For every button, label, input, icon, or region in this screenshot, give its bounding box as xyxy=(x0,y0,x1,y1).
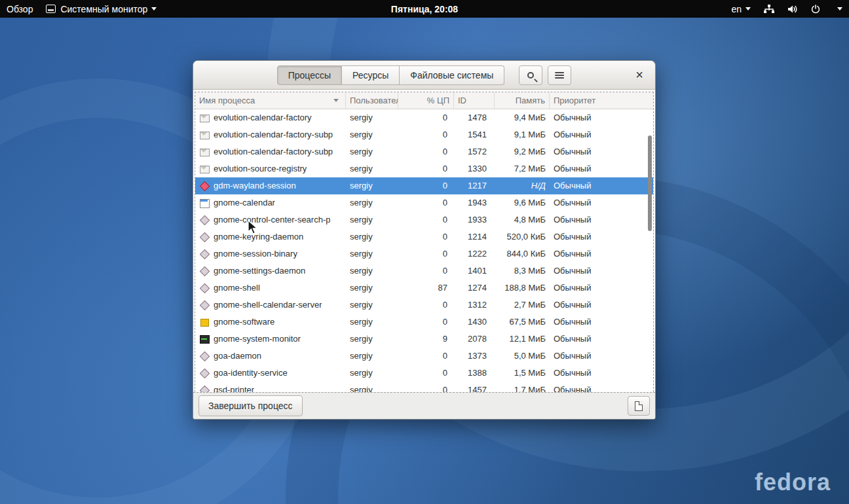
process-name: gnome-shell xyxy=(214,279,260,297)
process-name: gnome-session-binary xyxy=(214,245,297,262)
menu-button[interactable] xyxy=(548,65,571,85)
process-user: sergiy xyxy=(346,348,398,365)
power-icon[interactable] xyxy=(804,0,827,18)
process-icon xyxy=(199,266,210,276)
process-id: 1541 xyxy=(454,126,495,143)
process-name-cell: evolution-source-registry xyxy=(195,160,346,177)
system-menu-chevron[interactable] xyxy=(827,0,849,18)
clock[interactable]: Пятница, 20:08 xyxy=(391,4,458,14)
process-user: sergiy xyxy=(346,382,398,392)
tab-processes[interactable]: Процессы xyxy=(277,65,342,85)
end-process-button[interactable]: Завершить процесс xyxy=(198,395,303,416)
column-header-user[interactable]: Пользователь xyxy=(346,92,398,109)
volume-icon[interactable] xyxy=(781,0,804,18)
table-row[interactable]: gnome-settings-daemon sergiy 0 1401 8,3 … xyxy=(195,262,653,279)
process-name-cell: gnome-keyring-daemon xyxy=(195,228,346,245)
column-header-id[interactable]: ID xyxy=(454,92,495,109)
activities-button[interactable]: Обзор xyxy=(0,0,39,18)
network-icon[interactable] xyxy=(757,0,781,18)
process-priority: Обычный xyxy=(550,365,653,382)
process-name: gsd-printer xyxy=(214,382,254,392)
chevron-down-icon xyxy=(151,7,157,10)
process-name: evolution-calendar-factory-subp xyxy=(214,126,333,143)
table-row[interactable]: gnome-calendar sergiy 0 1943 9,6 МиБ Обы… xyxy=(195,194,653,211)
column-header-name[interactable]: Имя процесса xyxy=(195,92,346,109)
process-name-cell: gnome-shell-calendar-server xyxy=(195,297,346,314)
table-row[interactable]: goa-daemon sergiy 0 1373 5,0 МиБ Обычный xyxy=(195,348,653,365)
table-row[interactable]: gnome-software sergiy 0 1430 67,5 МиБ Об… xyxy=(195,314,653,331)
process-memory: 67,5 МиБ xyxy=(495,314,550,331)
process-priority: Обычный xyxy=(550,348,653,365)
tab-resources[interactable]: Ресурсы xyxy=(342,65,400,85)
process-memory: Н/Д xyxy=(495,177,550,194)
table-row[interactable]: evolution-calendar-factory sergiy 0 1478… xyxy=(195,109,653,126)
process-user: sergiy xyxy=(346,314,398,331)
app-menu-label: Системный монитор xyxy=(60,4,147,14)
process-name-cell: gnome-session-binary xyxy=(195,245,346,262)
table-row[interactable]: evolution-calendar-factory-subp sergiy 0… xyxy=(195,126,653,143)
process-name-cell: evolution-calendar-factory xyxy=(195,109,346,126)
process-memory: 9,4 МиБ xyxy=(495,109,550,126)
process-id: 1217 xyxy=(454,177,495,194)
process-priority: Обычный xyxy=(550,143,653,160)
process-priority: Обычный xyxy=(550,126,653,143)
top-bar: Обзор Системный монитор Пятница, 20:08 e… xyxy=(0,0,849,18)
process-name-cell: gdm-wayland-session xyxy=(195,177,346,194)
process-cpu: 0 xyxy=(398,314,454,331)
table-row[interactable]: gnome-keyring-daemon sergiy 0 1214 520,0… xyxy=(195,228,653,245)
table-row[interactable]: gdm-wayland-session sergiy 0 1217 Н/Д Об… xyxy=(195,177,653,194)
search-icon xyxy=(527,72,534,79)
process-name: goa-identity-service xyxy=(214,365,288,382)
process-user: sergiy xyxy=(346,331,398,348)
process-cpu: 9 xyxy=(398,331,454,348)
table-row[interactable]: goa-identity-service sergiy 0 1388 1,5 М… xyxy=(195,365,653,382)
table-row[interactable]: gnome-shell-calendar-server sergiy 0 131… xyxy=(195,297,653,314)
table-row[interactable]: gnome-session-binary sergiy 0 1222 844,0… xyxy=(195,245,653,262)
process-name: gnome-shell-calendar-server xyxy=(214,297,322,314)
process-table: Имя процесса Пользователь % ЦП ID Память… xyxy=(195,92,654,392)
tab-filesystems[interactable]: Файловые системы xyxy=(400,65,504,85)
process-icon xyxy=(199,164,210,174)
close-button[interactable]: × xyxy=(630,66,649,84)
process-name: evolution-calendar-factory xyxy=(214,109,312,126)
process-name: gnome-settings-daemon xyxy=(214,262,305,279)
process-id: 1312 xyxy=(454,297,495,314)
column-header-memory[interactable]: Память xyxy=(495,92,550,109)
table-row[interactable]: evolution-calendar-factory-subp sergiy 0… xyxy=(195,143,653,160)
search-button[interactable] xyxy=(519,65,542,85)
table-row[interactable]: gnome-shell sergiy 87 1274 188,8 МиБ Обы… xyxy=(195,279,653,297)
table-row[interactable]: gnome-system-monitor sergiy 9 2078 12,1 … xyxy=(195,331,653,348)
column-header-cpu[interactable]: % ЦП xyxy=(398,92,454,109)
process-memory: 9,1 МиБ xyxy=(495,126,550,143)
process-id: 1457 xyxy=(454,382,495,392)
process-icon xyxy=(199,198,210,208)
process-cpu: 0 xyxy=(398,143,454,160)
table-row[interactable]: gsd-printer sergiy 0 1457 1,7 МиБ Обычны… xyxy=(195,382,653,392)
table-row[interactable]: gnome-control-center-search-p sergiy 0 1… xyxy=(195,211,653,228)
process-user: sergiy xyxy=(346,228,398,245)
keyboard-layout-indicator[interactable]: en xyxy=(725,0,757,18)
process-priority: Обычный xyxy=(550,262,653,279)
process-cpu: 0 xyxy=(398,177,454,194)
document-icon xyxy=(635,401,643,411)
process-priority: Обычный xyxy=(550,314,653,331)
table-header: Имя процесса Пользователь % ЦП ID Память… xyxy=(195,92,653,109)
process-id: 1430 xyxy=(454,314,495,331)
process-priority: Обычный xyxy=(550,382,653,392)
process-details-button[interactable] xyxy=(628,396,650,416)
process-user: sergiy xyxy=(346,365,398,382)
process-id: 1388 xyxy=(454,365,495,382)
app-menu[interactable]: Системный монитор xyxy=(39,0,163,18)
vertical-scrollbar[interactable] xyxy=(648,135,652,231)
table-row[interactable]: evolution-source-registry sergiy 0 1330 … xyxy=(195,160,653,177)
process-cpu: 87 xyxy=(398,279,454,297)
sort-descending-icon xyxy=(333,99,339,102)
view-tabs: Процессы Ресурсы Файловые системы xyxy=(277,65,505,85)
process-icon xyxy=(199,130,210,140)
process-icon xyxy=(199,317,210,327)
status-bar: Завершить процесс xyxy=(193,392,655,419)
process-name: goa-daemon xyxy=(214,348,261,365)
process-icon xyxy=(199,385,210,392)
column-header-priority[interactable]: Приоритет xyxy=(550,92,653,109)
process-memory: 8,3 МиБ xyxy=(495,262,550,279)
